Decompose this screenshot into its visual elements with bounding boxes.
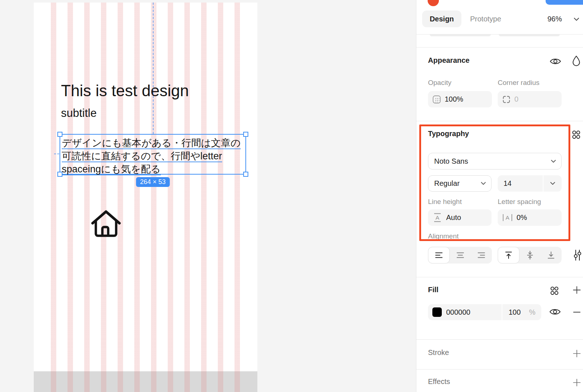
vertical-align-middle-button[interactable]: [519, 247, 541, 264]
plus-icon[interactable]: [572, 286, 581, 294]
align-left-icon: [435, 252, 443, 258]
type-settings-icon[interactable]: [573, 249, 582, 261]
tab-prototype[interactable]: Prototype: [470, 11, 501, 27]
align-right-icon: [477, 252, 485, 258]
tab-prototype-label: Prototype: [470, 15, 501, 23]
percent-sign: %: [529, 308, 541, 317]
text-align-right-button[interactable]: [471, 247, 492, 264]
fill-color-swatch[interactable]: [432, 307, 442, 317]
zoom-control[interactable]: 96%: [547, 11, 562, 27]
design-canvas-frame: This is test design subtitle デザインにも基本がある…: [34, 3, 257, 392]
vertical-align-group: [498, 247, 562, 264]
corner-radius-icon: [502, 95, 511, 104]
styles-icon[interactable]: [550, 286, 559, 295]
fill-section-title: Fill: [428, 286, 439, 294]
corner-radius-label: Corner radius: [498, 79, 539, 87]
center-guide-line: [153, 3, 154, 134]
divider: [416, 339, 583, 340]
tab-design[interactable]: Design: [422, 11, 461, 27]
canvas-title-text[interactable]: This is test design: [61, 82, 189, 100]
stroke-section-title: Stroke: [428, 348, 449, 357]
scrolled-field-remnant: [499, 34, 560, 36]
corner-radius-value: 0: [514, 95, 518, 103]
divider: [416, 277, 583, 277]
letter-spacing-value: 0%: [517, 213, 527, 222]
letter-spacing-icon: A: [502, 213, 513, 222]
eye-icon[interactable]: [549, 57, 562, 66]
align-bottom-icon: [547, 251, 555, 259]
fill-opacity-input[interactable]: 100 %: [502, 308, 541, 317]
canvas-subtitle-text[interactable]: subtitle: [61, 107, 97, 120]
styles-icon[interactable]: [572, 130, 580, 139]
selection-handle-bottom-left[interactable]: [57, 172, 62, 177]
divider: [416, 369, 583, 369]
avatar[interactable]: [428, 0, 439, 6]
properties-panel: Design Prototype 96% Appearance Opacity …: [416, 0, 583, 392]
text-line: 可読性に直結するので、行間やletter: [62, 151, 222, 162]
typography-section-title: Typography: [428, 130, 469, 138]
eye-icon[interactable]: [549, 307, 561, 317]
font-size-value: 14: [504, 179, 511, 188]
letter-spacing-label: Letter spacing: [498, 198, 541, 206]
selected-text-content: デザインにも基本がある・行間は文章の 可読性に直結するので、行間やletter …: [60, 135, 245, 176]
font-size-field[interactable]: 14: [498, 175, 562, 192]
line-height-value: Auto: [446, 213, 461, 222]
guide-tick: [54, 154, 59, 154]
opacity-label: Opacity: [428, 79, 451, 87]
svg-text:A: A: [436, 215, 440, 221]
opacity-input[interactable]: 100%: [428, 91, 492, 107]
chevron-down-icon: [551, 160, 556, 163]
vertical-align-bottom-button[interactable]: [541, 247, 562, 264]
font-weight-value: Regular: [434, 179, 460, 188]
alignment-label: Alignment: [428, 232, 459, 240]
plus-icon[interactable]: [572, 349, 581, 358]
share-button[interactable]: [546, 0, 583, 5]
divider: [416, 121, 583, 121]
font-family-select[interactable]: Noto Sans: [428, 153, 562, 170]
chevron-down-icon: [481, 182, 486, 185]
align-middle-icon: [526, 251, 534, 260]
letter-spacing-input[interactable]: A 0%: [498, 209, 562, 226]
font-weight-select[interactable]: Regular: [428, 175, 492, 192]
layout-grid-columns: [51, 3, 240, 392]
text-align-group: [428, 247, 492, 264]
text-align-center-button[interactable]: [450, 247, 471, 264]
dimension-badge: 264 × 53: [136, 177, 170, 187]
text-align-left-button[interactable]: [428, 247, 450, 264]
selected-text-element[interactable]: デザインにも基本がある・行間は文章の 可読性に直結するので、行間やletter …: [60, 134, 246, 175]
fill-opacity-value: 100: [502, 308, 521, 317]
align-top-icon: [505, 251, 513, 259]
appearance-section-title: Appearance: [428, 56, 470, 65]
effects-section-title: Effects: [428, 377, 450, 386]
selection-handle-bottom-right[interactable]: [243, 172, 248, 177]
opacity-value: 100%: [445, 95, 463, 103]
font-size-dropdown[interactable]: [543, 175, 562, 192]
plus-icon[interactable]: [572, 378, 581, 387]
chevron-down-icon[interactable]: [574, 17, 579, 21]
fill-hex-input[interactable]: 000000: [446, 308, 502, 317]
opacity-grid-icon: [432, 95, 441, 104]
align-center-icon: [456, 252, 464, 258]
font-size-input[interactable]: 14: [498, 175, 543, 192]
chevron-down-icon: [550, 182, 555, 185]
svg-text:A: A: [506, 215, 510, 221]
selection-handle-top-left[interactable]: [57, 132, 62, 137]
text-line: デザインにも基本がある・行間は文章の: [62, 138, 241, 149]
line-height-icon: A: [432, 213, 443, 222]
font-family-value: Noto Sans: [434, 157, 468, 166]
corner-radius-input[interactable]: 0: [498, 91, 562, 107]
droplet-icon[interactable]: [572, 55, 581, 66]
divider: [416, 47, 583, 48]
tab-design-label: Design: [430, 15, 454, 23]
scrolled-field-remnant: [430, 34, 491, 36]
home-icon[interactable]: [91, 209, 121, 241]
line-height-label: Line height: [428, 198, 462, 206]
selection-handle-top-right[interactable]: [243, 132, 248, 137]
fill-row: 000000 100 %: [428, 304, 541, 320]
minus-icon[interactable]: [572, 308, 581, 317]
canvas-footer-rect[interactable]: [34, 371, 257, 392]
text-line: spaceingにも気を配る: [62, 164, 161, 175]
line-height-input[interactable]: A Auto: [428, 209, 492, 226]
vertical-align-top-button[interactable]: [498, 247, 519, 264]
